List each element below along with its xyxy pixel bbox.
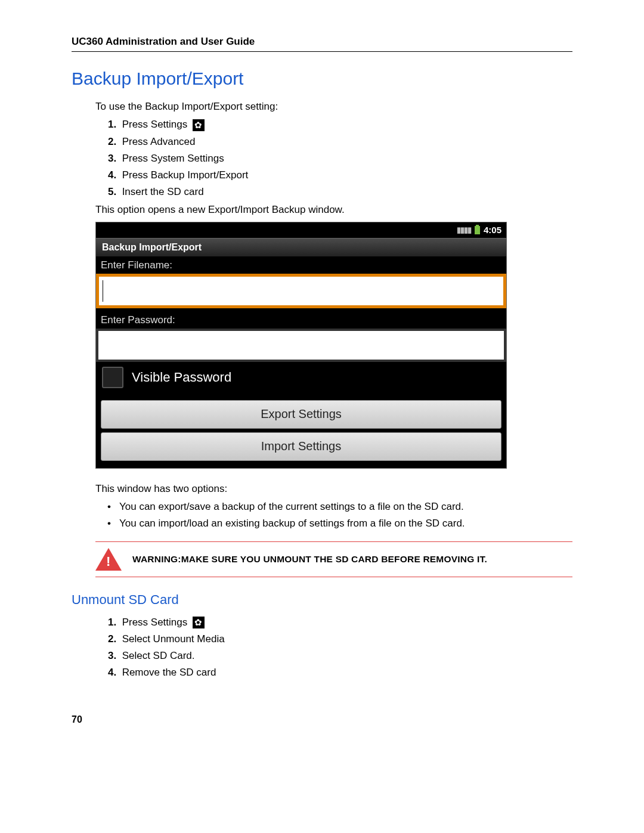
step-text: Press Settings [122, 617, 188, 628]
password-label: Enter Password: [96, 312, 506, 329]
step-text: Press Settings [122, 119, 188, 130]
steps-list-2: 1. Press Settings 2. Select Unmount Medi… [104, 617, 572, 679]
options-intro: This window has two options: [95, 483, 572, 495]
bullet-1: You can export/save a backup of the curr… [107, 501, 572, 513]
warning-box: WARNING:MAKE SURE YOU UNMOUNT THE SD CAR… [95, 541, 572, 577]
password-input[interactable] [96, 329, 506, 362]
page-number: 70 [72, 714, 572, 725]
step-3: 3. Press System Settings [104, 153, 572, 165]
warning-icon [95, 548, 122, 571]
step2-3: 3. Select SD Card. [104, 650, 572, 662]
steps-list-1: 1. Press Settings 2. Press Advanced 3. P… [104, 119, 572, 198]
step-5: 5. Insert the SD card [104, 186, 572, 198]
section-title-backup: Backup Import/Export [72, 69, 572, 89]
battery-icon [475, 226, 480, 234]
intro-text: To use the Backup Import/Export setting: [95, 101, 572, 113]
options-bullets: You can export/save a backup of the curr… [107, 501, 572, 529]
checkbox-icon[interactable] [102, 367, 123, 388]
section-title-unmount: Unmount SD Card [72, 592, 572, 608]
status-bar: ▮▮▮▮ 4:05 [96, 222, 506, 238]
visible-password-row[interactable]: Visible Password [96, 362, 506, 397]
screen-title-bar: Backup Import/Export [96, 238, 506, 257]
step-text: Press System Settings [122, 153, 224, 164]
import-settings-button[interactable]: Import Settings [101, 432, 501, 461]
step-1: 1. Press Settings [104, 119, 572, 131]
step-4: 4. Press Backup Import/Export [104, 169, 572, 181]
doc-header: UC360 Administration and User Guide [72, 36, 572, 52]
step-2: 2. Press Advanced [104, 136, 572, 148]
status-time: 4:05 [484, 225, 501, 235]
step2-1: 1. Press Settings [104, 617, 572, 629]
step-text: Select SD Card. [122, 650, 195, 661]
step-text: Press Backup Import/Export [122, 169, 249, 181]
filename-input[interactable] [96, 274, 506, 308]
settings-icon [193, 119, 205, 131]
filename-label: Enter Filename: [96, 257, 506, 274]
step-text: Press Advanced [122, 136, 196, 147]
after-steps-text: This option opens a new Export/Import Ba… [95, 204, 572, 216]
step-text: Select Unmount Media [122, 633, 225, 645]
bullet-2: You can import/load an existing backup o… [107, 518, 572, 529]
visible-password-label: Visible Password [132, 370, 231, 385]
export-settings-button[interactable]: Export Settings [101, 400, 501, 429]
step-text: Remove the SD card [122, 667, 216, 678]
step2-2: 2. Select Unmount Media [104, 633, 572, 645]
step2-4: 4. Remove the SD card [104, 667, 572, 679]
settings-icon [193, 617, 205, 628]
step-text: Insert the SD card [122, 186, 204, 197]
signal-icon: ▮▮▮▮ [457, 225, 471, 234]
embedded-screenshot: ▮▮▮▮ 4:05 Backup Import/Export Enter Fil… [95, 222, 507, 469]
warning-text: WARNING:MAKE SURE YOU UNMOUNT THE SD CAR… [132, 554, 487, 565]
